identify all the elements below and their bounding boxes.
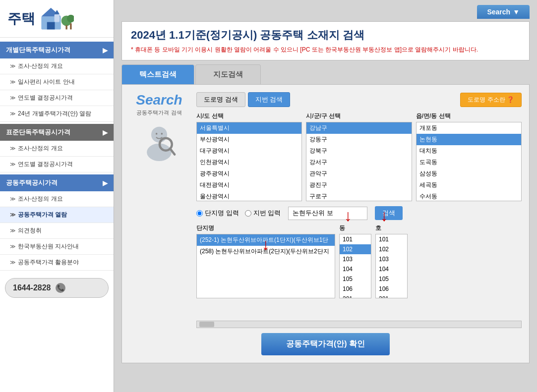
scrollbar-thumb — [199, 322, 214, 327]
emd-option-gaepo[interactable]: 개포동 — [417, 122, 521, 134]
sido-option-incheon[interactable]: 인천광역시 — [197, 157, 301, 168]
dropdown-arrow-icon: ▼ — [513, 8, 520, 16]
radio-danjiname[interactable] — [196, 210, 203, 217]
page-notice: * 휴대폰 등 모바일 기기 이용시 원활한 열람이 어려울 수 있으니 [PC… — [131, 46, 520, 54]
dong-list[interactable]: 101 102 103 104 105 106 201 202 203 204 — [339, 234, 371, 298]
eupmyeondong-list[interactable]: 개포동 논현동 대치동 도곡동 삼성동 세곡동 수서동 신사동 압구정동 역삼동 — [416, 122, 522, 201]
sidebar-item-yearlystandard[interactable]: 연도별 결정공시가격 — [0, 157, 114, 172]
search-input[interactable] — [288, 207, 367, 220]
ho-option-102[interactable]: 102 — [376, 244, 407, 254]
sidebar-item-yearlyindiv[interactable]: 연도별 결정공시가격 — [0, 90, 114, 106]
question-icon: 도로명 주소란 ❓ — [468, 96, 514, 104]
tab-map-search[interactable]: 지도검색 — [195, 64, 261, 84]
dong-label: 동 — [339, 224, 371, 232]
select-row: 시/도 선택 서울특별시 부산광역시 대구광역시 인천광역시 광주광역시 대전광… — [196, 112, 522, 201]
radio-search-row: 단지명 입력 지번 입력 검색 — [196, 206, 522, 220]
dong-option-106[interactable]: 106 — [340, 284, 371, 294]
sido-option-seoul[interactable]: 서울특별시 — [197, 122, 301, 134]
sido-label: 시/도 선택 — [196, 112, 302, 120]
sidebar-item-usage[interactable]: 공동주택가격 활용분야 — [0, 255, 114, 271]
sidebar-item-survey3[interactable]: 조사·산정의 개요 — [0, 191, 114, 207]
confirm-btn-row: 공동주택가격(안) 확인 — [129, 333, 522, 355]
danji-option-2[interactable]: (258) 논현두산위브아파트(2단지)(두산위브2단지 — [197, 246, 335, 257]
search-button[interactable]: 검색 — [375, 206, 403, 220]
sigungu-option-gangnam[interactable]: 강남구 — [306, 122, 411, 134]
search-left: Search 공동주택가격 검색 — [129, 92, 189, 328]
radio-danjiname-label[interactable]: 단지명 입력 — [196, 209, 239, 218]
sidebar-item-24indiv[interactable]: 24년 개별주택가격(안) 열람 — [0, 106, 114, 122]
dong-option-103[interactable]: 103 — [340, 254, 371, 264]
danji-option-1[interactable]: (252-1) 논현두산위브아파트(1단지)(두산위브1단 — [197, 234, 335, 246]
svg-point-16 — [161, 133, 163, 135]
sidebar-group-apartment[interactable]: 공동주택공시가격 ▶ — [0, 174, 114, 191]
svg-rect-2 — [47, 22, 55, 30]
sigungu-option-gwanak[interactable]: 관악구 — [306, 168, 411, 179]
ho-list[interactable]: 101 102 103 104 105 106 201 202 203 204 — [375, 234, 408, 298]
sigungu-option-guro[interactable]: 구로구 — [306, 191, 411, 201]
phone-number: 1644-2828 — [13, 283, 51, 292]
search-sub-label: 공동주택가격 검색 — [136, 109, 181, 116]
danji-list[interactable]: (252-1) 논현두산위브아파트(1단지)(두산위브1단 (258) 논현두산… — [196, 234, 335, 298]
ho-option-101[interactable]: 101 — [376, 234, 407, 244]
top-bar: Search ▼ — [121, 5, 530, 19]
sidebar-item-ilsa[interactable]: 일사편리 사이트 안내 — [0, 74, 114, 90]
horizontal-scrollbar[interactable] — [196, 321, 522, 328]
emd-option-nonhyeon[interactable]: 논현동 — [417, 134, 521, 145]
sigungu-option-gangbuk[interactable]: 강북구 — [306, 145, 411, 157]
sidebar-item-survey1[interactable]: 조사·산정의 개요 — [0, 58, 114, 74]
dong-option-102[interactable]: 102 — [340, 244, 371, 254]
sidebar-group3-label: 공동주택공시가격 — [6, 178, 58, 187]
sidebar-group2-arrow: ▶ — [103, 129, 108, 136]
sidebar-item-opinion[interactable]: 의견청취 — [0, 223, 114, 239]
ho-option-103[interactable]: 103 — [376, 254, 407, 264]
sidebar-item-survey2[interactable]: 조사·산정의 개요 — [0, 141, 114, 157]
sidebar-group-individual[interactable]: 개별단독주택공시가격 ▶ — [0, 42, 114, 58]
ho-option-104[interactable]: 104 — [376, 264, 407, 274]
sidebar-group-standard[interactable]: 표준단독주택공시가격 ▶ — [0, 124, 114, 141]
emd-option-samseong[interactable]: 삼성동 — [417, 168, 521, 179]
sigungu-option-gangseo[interactable]: 강서구 — [306, 157, 411, 168]
emd-option-daechи[interactable]: 대치동 — [417, 145, 521, 157]
danji-label: 단지명 — [196, 224, 335, 232]
dong-option-201[interactable]: 201 — [340, 294, 371, 298]
dong-option-104[interactable]: 104 — [340, 264, 371, 274]
sigungu-option-gangdong[interactable]: 강동구 — [306, 134, 411, 145]
ho-option-105[interactable]: 105 — [376, 274, 407, 284]
sido-option-ulsan[interactable]: 울산광역시 — [197, 191, 301, 201]
phone-icon: 📞 — [55, 282, 66, 293]
page-title: 2024년 1.1기준(정기공시) 공동주택 소재지 검색 — [131, 28, 520, 43]
svg-point-11 — [151, 127, 167, 143]
sidebar-item-apt-yeolram[interactable]: 공동주택가격 열람 — [0, 207, 114, 223]
emd-option-suseo[interactable]: 수서동 — [417, 191, 521, 201]
sidebar-group3-arrow: ▶ — [103, 179, 108, 187]
main-content: Search ▼ 2024년 1.1기준(정기공시) 공동주택 소재지 검색 *… — [114, 0, 537, 392]
dong-option-101[interactable]: 101 — [340, 234, 371, 244]
ho-option-201[interactable]: 201 — [376, 294, 407, 298]
search-brand: Search — [136, 92, 182, 108]
tab-text-search[interactable]: 텍스트검색 — [121, 64, 194, 84]
sido-option-daejeon[interactable]: 대전광역시 — [197, 179, 301, 191]
emd-option-segok[interactable]: 세곡동 — [417, 179, 521, 191]
sidebar-item-branch[interactable]: 한국부동산원 지사안내 — [0, 239, 114, 255]
emd-option-dogok[interactable]: 도곡동 — [417, 157, 521, 168]
search-right: 도로명 검색 지번 검색 도로명 주소란 ❓ 시/도 선택 서울특별시 — [196, 92, 522, 328]
sido-list[interactable]: 서울특별시 부산광역시 대구광역시 인천광역시 광주광역시 대전광역시 울산광역… — [196, 122, 302, 201]
sido-option-gwangju[interactable]: 광주광역시 — [197, 168, 301, 179]
dorong-search-button[interactable]: 도로명 검색 — [196, 92, 245, 107]
svg-rect-3 — [55, 14, 60, 22]
dorong-addr-button[interactable]: 도로명 주소란 ❓ — [460, 93, 522, 107]
top-search-button[interactable]: Search ▼ — [477, 5, 530, 19]
logo-text: 주택 — [7, 9, 35, 28]
sigungu-list[interactable]: 강남구 강동구 강북구 강서구 관악구 광진구 구로구 금천구 노원구 도봉구 — [306, 122, 412, 201]
radio-jibun-label[interactable]: 지번 입력 — [245, 209, 281, 218]
sido-option-daegu[interactable]: 대구광역시 — [197, 145, 301, 157]
sigungu-option-gwangjin[interactable]: 광진구 — [306, 179, 411, 191]
confirm-button[interactable]: 공동주택가격(안) 확인 — [261, 333, 390, 355]
jibun-search-button[interactable]: 지번 검색 — [248, 92, 291, 107]
sido-option-busan[interactable]: 부산광역시 — [197, 134, 301, 145]
ho-option-106[interactable]: 106 — [376, 284, 407, 294]
sidebar-group2-label: 표준단독주택공시가격 — [6, 128, 70, 137]
radio-jibun[interactable] — [245, 210, 251, 217]
dong-option-105[interactable]: 105 — [340, 274, 371, 284]
sigungu-col: 시/군/구 선택 강남구 강동구 강북구 강서구 관악구 광진구 구로구 금천구 — [306, 112, 412, 201]
